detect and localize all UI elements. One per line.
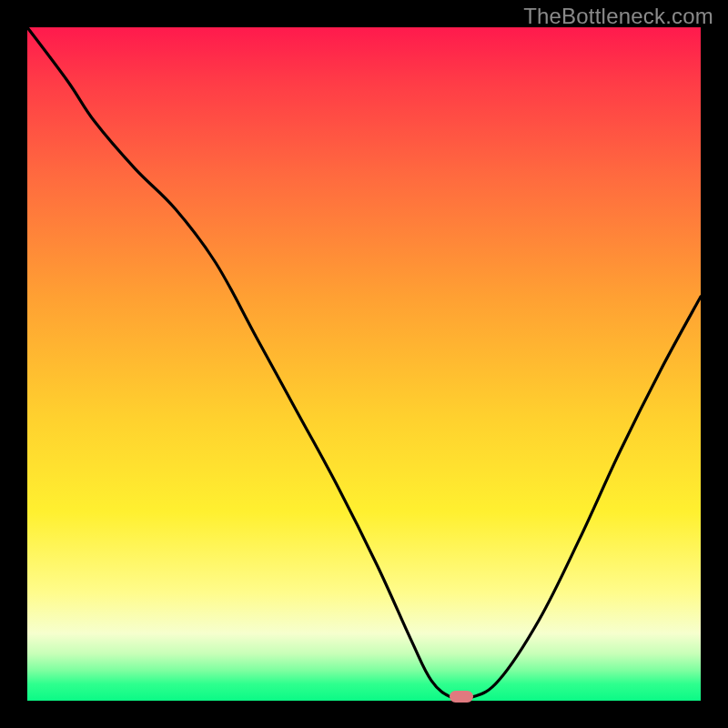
curve-path xyxy=(27,27,701,700)
watermark-text: TheBottleneck.com xyxy=(523,4,713,29)
chart-container: TheBottleneck.com xyxy=(0,0,728,728)
plot-area xyxy=(27,27,701,701)
bottleneck-curve xyxy=(27,27,701,701)
optimum-marker xyxy=(450,691,473,703)
